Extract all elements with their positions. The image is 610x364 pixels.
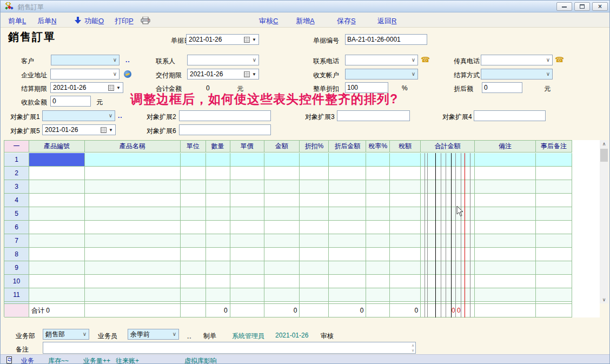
table-cell[interactable] [390,167,421,180]
save-button[interactable]: 保存S [337,16,356,26]
table-cell[interactable] [300,221,329,234]
discounted-amount-input[interactable] [482,82,522,93]
table-cell[interactable] [264,288,300,302]
contact-phone-combo[interactable]: ∨ [345,55,418,65]
table-cell[interactable] [300,261,329,275]
vertical-scrollbar[interactable]: ∧ ∨ [600,140,608,303]
table-cell[interactable] [475,153,536,167]
close-button[interactable]: × [592,2,608,11]
table-cell[interactable] [230,167,264,180]
table-cell[interactable] [366,248,390,261]
table-cell[interactable] [475,167,536,180]
table-cell[interactable] [366,194,390,207]
table-cell[interactable] [85,194,181,207]
maximize-button[interactable] [574,2,590,11]
table-cell[interactable] [206,180,230,194]
tab-virtual-stock[interactable]: 虚拟库影响 [184,356,217,364]
table-cell[interactable] [230,194,264,207]
tab-business-volume[interactable]: 业务量++ [83,356,110,364]
table-cell[interactable] [230,275,264,288]
table-cell[interactable] [329,261,366,275]
contact-combo[interactable]: ∨ [187,55,259,65]
row-number[interactable]: 4 [4,194,29,207]
table-cell[interactable] [230,207,264,221]
table-cell[interactable] [181,167,206,180]
row-number[interactable]: 3 [4,180,29,194]
table-cell[interactable] [366,275,390,288]
customer-combo[interactable]: ∨ [51,55,120,65]
table-cell[interactable] [181,234,206,248]
table-cell[interactable] [206,275,230,288]
column-header[interactable]: 單位 [181,141,206,153]
ext4-input[interactable] [474,110,546,121]
table-cell[interactable] [181,194,206,207]
table-cell[interactable] [206,221,230,234]
print-button[interactable]: 打印P [115,16,134,26]
table-cell[interactable] [421,261,475,275]
column-header[interactable]: 產品名稱 [85,141,181,153]
table-cell[interactable] [390,261,421,275]
doc-no-input[interactable] [345,34,427,45]
table-cell[interactable] [475,207,536,221]
delivery-deadline-picker[interactable]: 2021-01-26 ▼ [187,69,259,80]
table-cell[interactable] [230,261,264,275]
scroll-down-icon[interactable]: ∨ [600,296,608,303]
company-address-combo[interactable]: ∨ [50,69,120,80]
table-cell[interactable] [536,234,572,248]
table-cell[interactable] [390,207,421,221]
phone-icon[interactable]: ☎ [421,56,430,63]
table-cell[interactable] [230,248,264,261]
ext1-lookup-button[interactable]: .. [118,112,123,120]
row-number[interactable]: 5 [4,207,29,221]
table-cell[interactable] [475,261,536,275]
table-cell[interactable] [29,153,85,167]
prev-doc-button[interactable]: 前单L [8,16,26,26]
ext5-picker[interactable]: 2021-01-26 ▼ [42,124,116,135]
table-cell[interactable] [329,221,366,234]
table-cell[interactable] [390,275,421,288]
table-cell[interactable] [206,207,230,221]
table-cell[interactable] [181,207,206,221]
row-number[interactable]: 6 [4,221,29,234]
table-cell[interactable] [85,180,181,194]
table-cell[interactable] [29,275,85,288]
table-cell[interactable] [536,194,572,207]
scrollbar-thumb[interactable] [600,149,608,162]
minimize-button[interactable] [556,2,572,11]
table-cell[interactable] [206,153,230,167]
table-cell[interactable] [29,248,85,261]
table-cell[interactable] [421,234,475,248]
table-cell[interactable] [85,234,181,248]
payment-account-combo[interactable]: ∨ [345,69,418,80]
table-cell[interactable] [29,207,85,221]
table-cell[interactable] [536,207,572,221]
scroll-up-icon[interactable]: ∧ [600,140,608,148]
table-cell[interactable] [536,275,572,288]
column-header[interactable]: 合計金額 [421,141,475,153]
audit-button[interactable]: 审核C [259,16,278,26]
row-number[interactable]: 1 [4,153,29,167]
column-header[interactable]: 事后备注 [536,141,572,153]
table-cell[interactable] [85,275,181,288]
column-header[interactable]: 折扣% [300,141,329,153]
table-cell[interactable] [390,248,421,261]
table-cell[interactable] [85,153,181,167]
table-cell[interactable] [264,180,300,194]
table-cell[interactable] [329,207,366,221]
table-cell[interactable] [390,234,421,248]
table-cell[interactable] [536,180,572,194]
table-cell[interactable] [475,221,536,234]
table-cell[interactable] [421,248,475,261]
title-bar[interactable]: 銷售訂單 × [1,1,610,12]
table-cell[interactable] [264,194,300,207]
table-cell[interactable] [264,261,300,275]
table-cell[interactable] [85,167,181,180]
table-cell[interactable] [329,180,366,194]
table-cell[interactable] [264,207,300,221]
table-cell[interactable] [264,275,300,288]
table-cell[interactable] [29,261,85,275]
table-cell[interactable] [390,221,421,234]
ext6-input[interactable] [179,124,271,135]
table-cell[interactable] [85,248,181,261]
table-cell[interactable] [181,288,206,302]
